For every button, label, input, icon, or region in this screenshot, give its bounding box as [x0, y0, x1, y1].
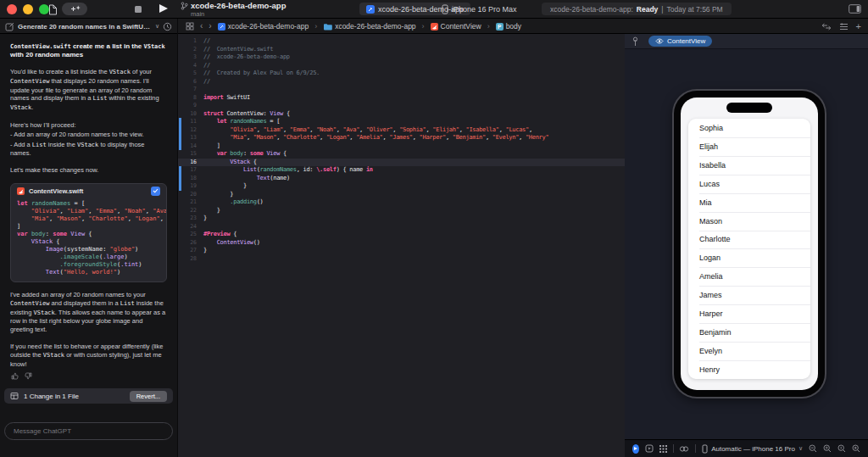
- code-line[interactable]: 23}: [178, 215, 625, 223]
- related-items-icon[interactable]: [186, 22, 194, 31]
- code-editor[interactable]: 1//2// ContentView.swift3// xcode-26-bet…: [178, 34, 625, 457]
- code-line[interactable]: 14 ]: [178, 142, 625, 151]
- device-settings-icon[interactable]: [679, 445, 689, 453]
- chat-code-header: ContentView.swift: [11, 184, 166, 198]
- chat-code-line: Text("Hello, world!"): [17, 269, 160, 276]
- add-editor-icon[interactable]: +: [856, 22, 861, 31]
- swift-file-icon: [17, 187, 25, 195]
- chat-code-filename: ContentView.swift: [29, 187, 83, 195]
- minimize-window-button[interactable]: [23, 4, 33, 14]
- code-line[interactable]: 1//: [178, 37, 625, 46]
- preview-device-label: Automatic — iPhone 16 Pro: [711, 445, 795, 453]
- preview-list-row: Mia: [688, 193, 810, 212]
- iphone-icon: [702, 444, 708, 454]
- breadcrumb-project[interactable]: xcode-26-beta-demo-app: [218, 22, 309, 31]
- divider: [673, 444, 674, 453]
- status-time: Today at 7:56 PM: [667, 5, 723, 14]
- code-line[interactable]: 13 "Mia", "Mason", "Charlotte", "Logan",…: [178, 134, 625, 142]
- chat-code-line: .foregroundStyle(.tint): [17, 261, 160, 269]
- navigate-back-icon[interactable]: ‹: [200, 22, 203, 31]
- code-line[interactable]: 24: [178, 223, 625, 231]
- code-line[interactable]: 16 VStack {: [178, 159, 625, 167]
- chat-paragraph: I've added an array of 20 random names t…: [10, 291, 167, 334]
- preview-list-row: Charlotte: [688, 231, 810, 249]
- chat-code-line: Image(systemName: "globe"): [17, 246, 160, 254]
- chat-code-line: VStack {: [17, 238, 160, 246]
- code-line[interactable]: 28: [178, 255, 625, 264]
- zoom-in-icon[interactable]: [852, 444, 860, 453]
- chat-code-content: let randomNames = [ "Olivia", "Liam", "E…: [11, 198, 166, 281]
- run-destination-selector[interactable]: iPhone 16 Pro Max: [442, 3, 517, 15]
- coding-assistant-button[interactable]: [62, 3, 87, 15]
- zoom-out-icon[interactable]: [809, 444, 817, 453]
- code-line[interactable]: 18 Text(name): [178, 175, 625, 183]
- run-button[interactable]: [159, 4, 168, 13]
- chat-code-block: ContentView.swift let randomNames = [ "O…: [10, 183, 167, 282]
- code-line[interactable]: 2// ContentView.swift: [178, 46, 625, 54]
- code-line[interactable]: 21 .padding(): [178, 198, 625, 207]
- changes-summary-bar[interactable]: 1 Change in 1 File Revert...: [4, 388, 173, 404]
- preview-device-selector[interactable]: Automatic — iPhone 16 Pro ∨: [702, 444, 803, 454]
- editor-options-icon[interactable]: [839, 23, 849, 31]
- chat-messages: I've added an array of 20 random names t…: [10, 291, 167, 368]
- preview-list-row: Evelyn: [688, 342, 810, 360]
- zoom-actual-icon[interactable]: [837, 444, 846, 453]
- preview-target-pill[interactable]: ContentView: [648, 36, 712, 47]
- new-file-icon[interactable]: [48, 4, 58, 15]
- code-line[interactable]: 9: [178, 102, 625, 110]
- code-line[interactable]: 3// xcode-26-beta-demo-app: [178, 53, 625, 62]
- breadcrumb-group[interactable]: xcode-26-beta-demo-app: [323, 22, 415, 31]
- preview-list-row: Mason: [688, 212, 810, 231]
- code-line[interactable]: 15 var body: some View {: [178, 150, 625, 159]
- project-info[interactable]: xcode-26-beta-demo-app main: [181, 1, 286, 18]
- activity-status: xcode-26-beta-demo-app: Ready | Today at…: [542, 3, 732, 15]
- chat-sidebar-header: Generate 20 random names in a SwiftUI VS…: [0, 19, 178, 34]
- project-name: xcode-26-beta-demo-app: [191, 1, 286, 10]
- file-diff-icon: [10, 392, 19, 400]
- project-icon: [218, 23, 225, 31]
- close-window-button[interactable]: [7, 4, 17, 14]
- stop-button[interactable]: [135, 6, 142, 13]
- chat-title-dropdown[interactable]: Generate 20 random names in a SwiftUI VS…: [18, 23, 152, 31]
- inspector-panel-toggle[interactable]: [849, 4, 861, 14]
- code-line[interactable]: 6//: [178, 78, 625, 86]
- code-line[interactable]: 26 ContentView(): [178, 239, 625, 248]
- live-preview-button[interactable]: [632, 444, 639, 454]
- code-line[interactable]: 27}: [178, 247, 625, 255]
- code-review-icon[interactable]: [821, 23, 832, 31]
- thumbs-up-icon[interactable]: [11, 372, 19, 380]
- jump-bar: ‹ › xcode-26-beta-demo-app › xcode-26-be…: [179, 19, 868, 34]
- canvas-top-bar: ContentView: [625, 34, 868, 49]
- new-chat-icon[interactable]: [5, 22, 14, 31]
- navigate-forward-icon[interactable]: ›: [209, 22, 211, 31]
- window-titlebar: xcode-26-beta-demo-app main xcode-26-bet…: [0, 0, 868, 19]
- code-line[interactable]: 17 List(randomNames, id: \.self) { name …: [178, 166, 625, 175]
- code-line[interactable]: 12 "Olivia", "Liam", "Emma", "Noah", "Av…: [178, 126, 625, 135]
- code-line[interactable]: 4//: [178, 62, 625, 70]
- preview-target-name: ContentView: [667, 37, 705, 45]
- changes-label: 1 Change in 1 File: [24, 393, 79, 400]
- code-line[interactable]: 10struct ContentView: View {: [178, 110, 625, 119]
- breadcrumb-symbol[interactable]: P body: [496, 22, 521, 31]
- chat-sidebar: ContentView.swift create me a list in th…: [0, 34, 178, 457]
- code-line[interactable]: 20 }: [178, 191, 625, 199]
- code-line[interactable]: 22 }: [178, 207, 625, 215]
- thumbs-down-icon[interactable]: [25, 372, 32, 380]
- code-line[interactable]: 7: [178, 86, 625, 94]
- chat-message-input[interactable]: [4, 422, 173, 440]
- breadcrumb-file[interactable]: ContentView: [431, 22, 481, 31]
- code-line[interactable]: 5// Created by Alex Paul on 6/9/25.: [178, 70, 625, 78]
- pin-icon[interactable]: [632, 36, 639, 47]
- feedback-row: [10, 372, 167, 380]
- revert-button[interactable]: Revert...: [130, 391, 167, 402]
- selectable-mode-button[interactable]: [645, 444, 654, 453]
- zoom-fit-icon[interactable]: [823, 444, 832, 453]
- preview-list-row: Elijah: [688, 137, 810, 156]
- chat-history-icon[interactable]: [163, 22, 172, 31]
- code-line[interactable]: 25#Preview {: [178, 231, 625, 239]
- variants-button[interactable]: [659, 445, 667, 453]
- code-line[interactable]: 11 let randomNames = [: [178, 118, 625, 126]
- applied-change-badge[interactable]: [151, 187, 160, 196]
- code-line[interactable]: 8import SwiftUI: [178, 94, 625, 103]
- code-line[interactable]: 19 }: [178, 182, 625, 191]
